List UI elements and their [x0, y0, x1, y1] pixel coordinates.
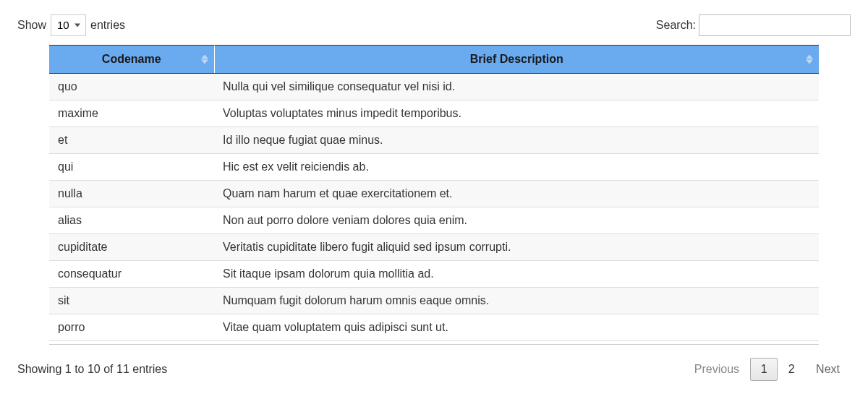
- search-input[interactable]: [699, 14, 851, 36]
- previous-button[interactable]: Previous: [684, 358, 750, 381]
- table-row: quoNulla qui vel similique consequatur v…: [49, 74, 819, 100]
- data-table: Codename Brief Description quoNulla qui …: [49, 45, 819, 341]
- search-label: Search:: [656, 19, 696, 32]
- cell-description: Non aut porro dolore veniam dolores quia…: [214, 207, 819, 234]
- cell-description: Vitae quam voluptatem quis adipisci sunt…: [214, 314, 819, 341]
- next-button[interactable]: Next: [805, 358, 851, 381]
- cell-description: Id illo neque fugiat quae minus.: [214, 127, 819, 154]
- column-header-codename[interactable]: Codename: [49, 46, 214, 74]
- info-text: Showing 1 to 10 of 11 entries: [17, 363, 167, 376]
- pagination: Previous 12 Next: [684, 358, 851, 381]
- cell-codename: alias: [49, 207, 214, 234]
- cell-codename: nulla: [49, 181, 214, 207]
- cell-description: Nulla qui vel similique consequatur vel …: [214, 74, 819, 100]
- table-row: nullaQuam nam harum et quae exercitation…: [49, 181, 819, 207]
- table-row: maximeVoluptas voluptates minus impedit …: [49, 100, 819, 127]
- cell-description: Numquam fugit dolorum harum omnis eaque …: [214, 288, 819, 314]
- length-control: Show 10 entries: [17, 14, 125, 36]
- length-suffix: entries: [90, 19, 125, 32]
- page-button-1[interactable]: 1: [750, 358, 778, 381]
- length-prefix: Show: [17, 19, 46, 32]
- length-select[interactable]: 10: [51, 14, 86, 36]
- column-header-description[interactable]: Brief Description: [214, 46, 819, 74]
- cell-description: Quam nam harum et quae exercitationem et…: [214, 181, 819, 207]
- cell-codename: porro: [49, 314, 214, 341]
- page-button-2[interactable]: 2: [778, 358, 805, 381]
- search-control: Search:: [656, 14, 851, 36]
- table-row: cupiditateVeritatis cupiditate libero fu…: [49, 234, 819, 261]
- table-row: consequaturSit itaque ipsam dolorum quia…: [49, 261, 819, 288]
- table-row: aliasNon aut porro dolore veniam dolores…: [49, 207, 819, 234]
- sort-icon: [806, 55, 813, 64]
- cell-codename: et: [49, 127, 214, 154]
- cell-description: Sit itaque ipsam dolorum quia mollitia a…: [214, 261, 819, 288]
- cell-codename: consequatur: [49, 261, 214, 288]
- cell-description: Veritatis cupiditate libero fugit aliqui…: [214, 234, 819, 261]
- table-row: etId illo neque fugiat quae minus.: [49, 127, 819, 154]
- table-row: quiHic est ex velit reiciendis ab.: [49, 154, 819, 181]
- cell-codename: maxime: [49, 100, 214, 127]
- cell-description: Voluptas voluptates minus impedit tempor…: [214, 100, 819, 127]
- cell-codename: sit: [49, 288, 214, 314]
- table-row: sitNumquam fugit dolorum harum omnis eaq…: [49, 288, 819, 314]
- cell-codename: quo: [49, 74, 214, 100]
- table-header-row: Codename Brief Description: [49, 46, 819, 74]
- cell-description: Hic est ex velit reiciendis ab.: [214, 154, 819, 181]
- cell-codename: cupiditate: [49, 234, 214, 261]
- cell-codename: qui: [49, 154, 214, 181]
- table-row: porroVitae quam voluptatem quis adipisci…: [49, 314, 819, 341]
- sort-icon: [201, 55, 208, 64]
